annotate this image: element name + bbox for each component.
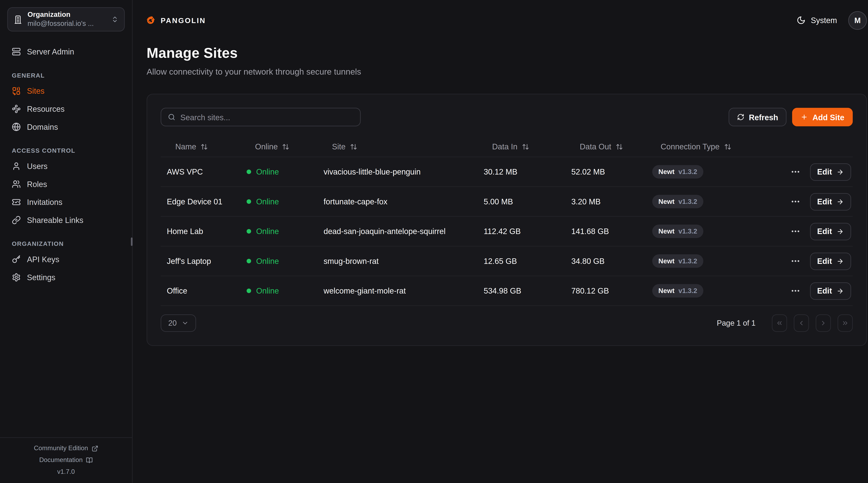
theme-toggle-label: System — [811, 16, 837, 25]
cell-data-in: 112.42 GB — [477, 227, 565, 236]
sidebar-item-resources[interactable]: Resources — [7, 100, 125, 118]
cell-online: Online — [241, 197, 317, 206]
sidebar-item-label: Settings — [27, 273, 55, 282]
sort-icon — [616, 143, 623, 150]
first-page-button[interactable] — [772, 314, 787, 332]
sidebar-item-domains[interactable]: Domains — [7, 118, 125, 136]
brand[interactable]: PANGOLIN — [147, 16, 206, 25]
cell-data-in: 30.12 MB — [477, 167, 565, 176]
sidebar-item-server-admin[interactable]: Server Admin — [7, 43, 125, 61]
sidebar-item-api-keys[interactable]: API Keys — [7, 250, 125, 268]
users-icon — [12, 180, 21, 189]
online-status-text: Online — [256, 197, 279, 206]
book-open-icon — [86, 457, 93, 463]
row-menu-button[interactable] — [790, 167, 800, 177]
cell-connection-type: Newt v1.3.2 — [646, 165, 768, 179]
chevrons-left-icon — [776, 319, 783, 327]
cell-data-in: 12.65 GB — [477, 257, 565, 266]
edit-label: Edit — [817, 227, 832, 236]
cell-connection-type: Newt v1.3.2 — [646, 225, 768, 238]
sidebar-item-label: API Keys — [27, 255, 59, 264]
section-label: ACCESS CONTROL — [12, 147, 120, 154]
connection-version: v1.3.2 — [678, 287, 697, 295]
edit-label: Edit — [817, 167, 832, 176]
edit-label: Edit — [817, 257, 832, 266]
column-header-online[interactable]: Online — [241, 142, 317, 151]
column-header-connection-type[interactable]: Connection Type — [646, 142, 768, 151]
row-menu-button[interactable] — [790, 197, 800, 206]
row-menu-button[interactable] — [790, 226, 800, 236]
row-menu-button[interactable] — [790, 286, 800, 296]
sidebar-item-settings[interactable]: Settings — [7, 268, 125, 286]
topbar-right: System M — [797, 11, 867, 30]
sidebar-item-label: Resources — [27, 104, 65, 114]
column-header-label: Data In — [492, 142, 518, 151]
table-header-row: NameOnlineSiteData InData OutConnection … — [161, 136, 853, 157]
version-label: v1.7.0 — [57, 469, 75, 475]
user-icon — [12, 162, 21, 171]
sidebar-item-roles[interactable]: Roles — [7, 175, 125, 193]
cell-data-in: 534.98 GB — [477, 286, 565, 295]
edit-button[interactable]: Edit — [810, 163, 851, 181]
connection-type-badge: Newt v1.3.2 — [652, 254, 704, 268]
sidebar-item-sites[interactable]: Sites — [7, 82, 125, 100]
connection-type-badge: Newt v1.3.2 — [652, 165, 704, 179]
add-site-button[interactable]: Add Site — [792, 108, 853, 126]
cell-online: Online — [241, 167, 317, 176]
cell-online: Online — [241, 286, 317, 295]
refresh-button[interactable]: Refresh — [728, 108, 786, 126]
online-status-text: Online — [256, 286, 279, 295]
cell-online: Online — [241, 227, 317, 236]
user-avatar[interactable]: M — [848, 11, 867, 30]
online-status-text: Online — [256, 257, 279, 266]
community-edition-link[interactable]: Community Edition — [34, 445, 98, 452]
sidebar-item-users[interactable]: Users — [7, 157, 125, 175]
theme-toggle[interactable]: System — [797, 16, 837, 25]
edit-button[interactable]: Edit — [810, 223, 851, 240]
row-menu-button[interactable] — [790, 256, 800, 266]
cell-actions: Edit — [769, 223, 853, 240]
column-header-label: Online — [255, 142, 278, 151]
connection-version: v1.3.2 — [678, 198, 697, 205]
sidebar-scrollbar-thumb[interactable] — [131, 237, 133, 246]
connection-type-name: Newt — [658, 168, 675, 176]
sidebar-item-invitations[interactable]: Invitations — [7, 193, 125, 211]
sidebar-item-label: Sites — [27, 87, 44, 95]
cell-actions: Edit — [769, 282, 853, 299]
next-page-button[interactable] — [816, 314, 831, 332]
documentation-link[interactable]: Documentation — [39, 457, 93, 463]
sort-icon — [724, 143, 732, 150]
edit-button[interactable]: Edit — [810, 252, 851, 270]
edit-label: Edit — [817, 286, 832, 295]
online-status-text: Online — [256, 227, 279, 236]
column-header-data-in[interactable]: Data In — [477, 142, 565, 151]
org-selector-value: milo@fossorial.io's ... — [28, 20, 106, 28]
last-page-button[interactable] — [838, 314, 853, 332]
sidebar-item-shareable-links[interactable]: Shareable Links — [7, 211, 125, 229]
cell-actions: Edit — [769, 252, 853, 270]
sidebar-item-label: Roles — [27, 180, 47, 189]
external-link-icon — [92, 445, 98, 452]
cell-site: fortunate-cape-fox — [317, 197, 477, 206]
cell-data-out: 780.12 GB — [565, 286, 646, 295]
cell-site: dead-san-joaquin-antelope-squirrel — [317, 227, 477, 236]
search-input[interactable] — [180, 112, 353, 122]
arrow-right-icon — [836, 198, 844, 205]
column-header-data-out[interactable]: Data Out — [565, 142, 646, 151]
table-row: Edge Device 01 Online fortunate-cape-fox… — [161, 186, 853, 216]
sidebar-nav: Server Admin GENERALSitesResourcesDomain… — [0, 36, 132, 437]
edit-button[interactable]: Edit — [810, 193, 851, 210]
prev-page-button[interactable] — [794, 314, 809, 332]
page-title: Manage Sites — [147, 45, 867, 61]
connection-type-badge: Newt v1.3.2 — [652, 284, 704, 297]
page-size-value: 20 — [168, 319, 177, 327]
add-site-label: Add Site — [812, 112, 844, 122]
edit-button[interactable]: Edit — [810, 282, 851, 299]
column-header-site[interactable]: Site — [317, 142, 477, 151]
online-status-dot — [247, 169, 251, 174]
column-header-name[interactable]: Name — [161, 142, 241, 151]
resources-icon — [12, 104, 21, 114]
page-size-select[interactable]: 20 — [161, 314, 196, 332]
org-selector[interactable]: Organization milo@fossorial.io's ... — [7, 7, 125, 31]
sort-icon — [350, 143, 357, 150]
